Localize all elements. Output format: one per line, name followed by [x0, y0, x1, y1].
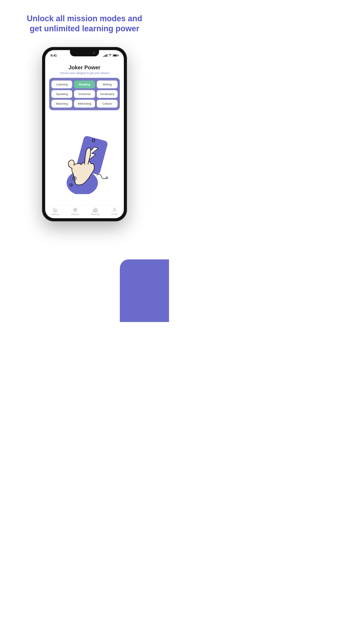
status-time: 9:41 [50, 54, 57, 57]
app-content: Joker Power Choose your category to get … [45, 60, 124, 205]
svg-rect-18 [96, 209, 97, 212]
svg-rect-9 [54, 208, 55, 212]
notch-camera [93, 52, 95, 54]
bottom-nav: Hallway Mission [45, 205, 124, 218]
category-btn-grammar[interactable]: Grammar [74, 90, 95, 98]
category-btn-vocabulary[interactable]: Vocabulary [97, 90, 118, 98]
svg-rect-17 [93, 209, 94, 212]
category-btn-well-being[interactable]: Well-being [74, 100, 95, 108]
nav-item-mission[interactable]: Mission [71, 207, 79, 216]
svg-rect-16 [95, 208, 96, 212]
page-title: Unlock all mission modes and get unlimit… [14, 0, 156, 42]
category-btn-culture[interactable]: Culture [97, 100, 118, 108]
signal-icon [103, 54, 107, 57]
nav-label-mission: Mission [71, 213, 79, 216]
category-grid-container: ListeningReadingWritingSpeakingGrammarVo… [49, 78, 120, 110]
nav-label-ranking: Ranking [91, 213, 99, 216]
svg-rect-10 [56, 210, 57, 212]
nav-item-profile[interactable]: Profile [111, 207, 118, 216]
phone-frame: 9:41 [42, 47, 127, 222]
category-grid: ListeningReadingWritingSpeakingGrammarVo… [52, 80, 118, 108]
category-btn-writing[interactable]: Writing [97, 80, 118, 88]
profile-icon [112, 207, 117, 213]
svg-point-20 [114, 208, 116, 210]
category-btn-speaking[interactable]: Speaking [52, 90, 72, 98]
mission-icon [72, 207, 78, 213]
svg-point-8 [71, 185, 72, 185]
nav-label-hallway: Hallway [51, 213, 59, 216]
app-subtitle: Choose your category to get your mission [60, 72, 109, 75]
joker-illustration [53, 132, 116, 194]
svg-point-6 [74, 178, 75, 178]
svg-point-4 [106, 177, 108, 179]
status-icons [103, 54, 118, 57]
phone-mockup: 9:41 [42, 47, 127, 222]
hallway-icon [52, 207, 58, 213]
phone-screen: 9:41 [45, 50, 124, 218]
ranking-icon [92, 207, 98, 213]
category-btn-watching[interactable]: Watching [52, 100, 72, 108]
background-shape [120, 260, 169, 322]
nav-item-ranking[interactable]: Ranking [91, 207, 99, 216]
category-btn-listening[interactable]: Listening [52, 80, 72, 88]
illustration-area [45, 110, 124, 205]
wifi-icon [108, 54, 112, 57]
nav-label-profile: Profile [111, 213, 118, 216]
app-title: Joker Power [69, 64, 100, 71]
phone-notch [70, 50, 99, 56]
nav-item-hallway[interactable]: Hallway [51, 207, 59, 216]
category-btn-reading[interactable]: Reading [74, 80, 95, 88]
svg-point-15 [75, 210, 75, 210]
battery-icon [113, 54, 118, 57]
